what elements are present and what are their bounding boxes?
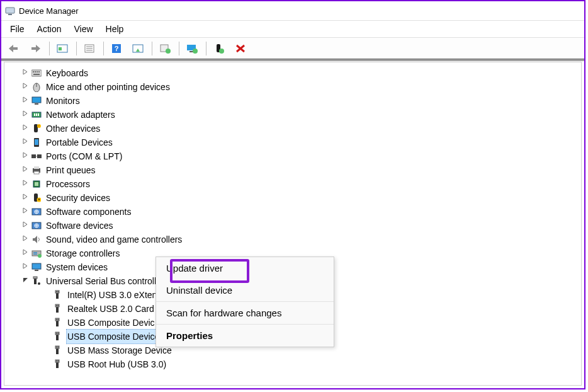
expand-icon[interactable] <box>21 135 30 149</box>
system-icon <box>31 262 42 272</box>
svg-rect-22 <box>31 70 42 76</box>
tree-node[interactable]: Sound, video and game controllers <box>9 233 581 246</box>
tree-node[interactable]: Network adapters <box>9 108 581 122</box>
other-icon: ! <box>31 124 42 134</box>
expand-icon[interactable] <box>21 246 30 260</box>
svg-point-17 <box>193 49 198 54</box>
svg-rect-78 <box>55 318 59 321</box>
tree-node[interactable]: Keyboards <box>9 66 581 80</box>
svg-rect-92 <box>58 360 59 362</box>
toolbar-separator <box>103 42 104 55</box>
tree-node-label: Other devices <box>45 122 101 135</box>
menu-file[interactable]: File <box>4 22 31 36</box>
expand-icon[interactable] <box>21 108 30 122</box>
expand-icon[interactable] <box>21 149 30 163</box>
svg-rect-71 <box>56 291 57 292</box>
port-icon <box>31 151 42 161</box>
svg-rect-91 <box>56 360 57 362</box>
toolbar-update-monitor-button[interactable] <box>182 40 202 57</box>
toolbar-scan-button[interactable] <box>128 40 148 57</box>
svg-rect-48 <box>35 182 38 186</box>
tree-node-label: USB Root Hub (USB 3.0) <box>66 357 167 371</box>
svg-rect-23 <box>33 71 34 72</box>
menu-view[interactable]: View <box>67 22 99 36</box>
svg-rect-26 <box>38 71 40 72</box>
svg-rect-51 <box>38 199 40 200</box>
svg-rect-35 <box>38 113 39 116</box>
expand-icon[interactable] <box>21 219 30 233</box>
toolbar-enable-button[interactable] <box>209 40 229 57</box>
expand-icon[interactable] <box>21 177 30 191</box>
context-update-driver[interactable]: Update driver <box>156 257 334 279</box>
expand-icon[interactable] <box>21 66 30 80</box>
toolbar-forward-button[interactable] <box>25 40 45 57</box>
svg-rect-83 <box>56 333 57 334</box>
tree-child-node[interactable]: USB Root Hub (USB 3.0) <box>9 357 581 371</box>
svg-rect-36 <box>34 124 38 132</box>
toolbar-separator <box>179 42 179 55</box>
toolbar-back-button[interactable] <box>4 40 24 57</box>
svg-rect-76 <box>58 305 59 306</box>
expand-icon[interactable] <box>21 80 30 94</box>
expand-icon[interactable] <box>21 122 30 135</box>
menu-action[interactable]: Action <box>31 22 68 36</box>
svg-rect-40 <box>35 139 38 145</box>
tree-node[interactable]: Ports (COM & LPT) <box>9 149 581 163</box>
toolbar-show-hide-button[interactable] <box>52 40 72 57</box>
network-icon <box>31 110 42 120</box>
toolbar-properties-button[interactable] <box>79 40 99 57</box>
svg-rect-87 <box>56 347 57 348</box>
context-properties[interactable]: Properties <box>156 325 334 347</box>
window-title: Device Manager <box>19 6 79 16</box>
svg-rect-90 <box>55 360 59 362</box>
toolbar-update-driver-button[interactable] <box>155 40 175 57</box>
svg-rect-24 <box>35 71 36 72</box>
tree-node[interactable]: Mice and other pointing devices <box>9 80 581 94</box>
tree-node-label: Security devices <box>45 191 111 205</box>
portable-icon <box>31 137 42 147</box>
tree-node[interactable]: Monitors <box>9 94 581 108</box>
svg-rect-74 <box>55 304 59 307</box>
tree-node[interactable]: Software devices <box>9 219 581 233</box>
context-scan-hardware[interactable]: Scan for hardware changes <box>156 302 334 324</box>
tree-node[interactable]: Portable Devices <box>9 135 581 149</box>
context-uninstall[interactable]: Uninstall device <box>156 279 334 301</box>
tree-node-label: Mice and other pointing devices <box>45 80 171 94</box>
toolbar-uninstall-button[interactable] <box>230 40 251 57</box>
tree-node[interactable]: !Other devices <box>9 122 581 135</box>
svg-rect-3 <box>31 47 37 50</box>
svg-point-14 <box>166 49 171 54</box>
tree-node[interactable]: Software components <box>9 205 581 219</box>
collapse-icon[interactable] <box>21 274 30 288</box>
software-icon <box>31 221 42 231</box>
toolbar-help-button[interactable]: ? <box>106 40 127 57</box>
svg-rect-30 <box>32 97 41 103</box>
usb-icon <box>52 359 64 369</box>
expand-icon[interactable] <box>21 205 30 219</box>
tree-node[interactable]: Print queues <box>9 163 581 177</box>
expand-icon[interactable] <box>21 94 30 108</box>
svg-rect-0 <box>6 8 14 13</box>
expand-icon[interactable] <box>21 260 30 274</box>
svg-rect-64 <box>32 263 41 269</box>
usb-icon <box>52 304 64 314</box>
svg-rect-41 <box>31 154 36 158</box>
tree-node-label: USB Composite Device <box>66 329 161 344</box>
svg-rect-70 <box>55 291 59 293</box>
expand-icon[interactable] <box>21 233 30 246</box>
tree-node[interactable]: Security devices <box>9 191 581 205</box>
menubar: File Action View Help <box>1 21 584 38</box>
tree-node[interactable]: Processors <box>9 177 581 191</box>
expand-icon[interactable] <box>21 163 30 177</box>
menu-help[interactable]: Help <box>99 22 130 36</box>
context-menu: Update driver Uninstall device Scan for … <box>155 257 334 347</box>
tree-node-label: Universal Serial Bus controllers <box>45 274 170 288</box>
software-icon <box>31 207 42 217</box>
usb-icon <box>52 318 64 328</box>
keyboard-icon <box>31 68 42 78</box>
expand-icon[interactable] <box>21 191 30 205</box>
svg-rect-5 <box>59 47 62 50</box>
svg-rect-2 <box>13 47 18 50</box>
monitor-icon <box>31 96 42 106</box>
svg-rect-33 <box>34 113 35 116</box>
